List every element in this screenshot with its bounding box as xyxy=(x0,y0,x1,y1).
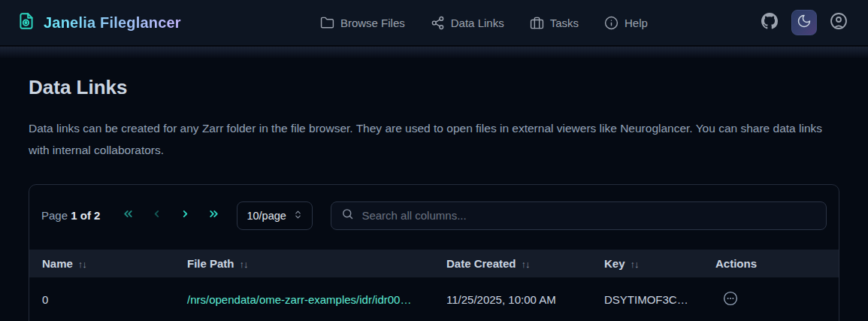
data-links-card: Page 1 of 2 xyxy=(29,184,839,321)
moon-icon xyxy=(797,14,812,32)
search-field xyxy=(331,201,827,230)
sort-icon[interactable]: ↑↓ xyxy=(522,259,530,270)
search-input[interactable] xyxy=(361,209,816,222)
sort-icon[interactable]: ↑↓ xyxy=(240,259,248,270)
pager-controls xyxy=(113,204,228,227)
column-header-name[interactable]: Name↑↓ xyxy=(29,250,187,277)
chevron-left-icon xyxy=(150,207,163,223)
chevron-right-icon xyxy=(179,207,192,223)
table-row: 0 /nrs/opendata/ome-zarr-examples/idr/id… xyxy=(29,277,839,321)
chevrons-right-icon xyxy=(207,207,220,223)
user-icon xyxy=(830,12,848,33)
nav-item-help[interactable]: Help xyxy=(604,16,648,30)
content-top-shade xyxy=(0,45,868,58)
page-size-select[interactable]: 10/page xyxy=(237,201,313,230)
navbar-actions xyxy=(757,10,851,35)
data-links-table: Name↑↓ File Path↑↓ Date Created↑↓ Key↑↓ … xyxy=(29,250,839,321)
nav-label: Data Links xyxy=(451,17,504,29)
prev-page-button[interactable] xyxy=(142,204,171,227)
sort-icon[interactable]: ↑↓ xyxy=(631,259,639,270)
app-title: Janelia Fileglancer xyxy=(44,14,181,32)
chevron-up-down-icon xyxy=(293,210,303,222)
first-page-button[interactable] xyxy=(113,204,142,227)
table-toolbar: Page 1 of 2 xyxy=(29,185,839,250)
user-menu-button[interactable] xyxy=(826,10,851,35)
table-header-row: Name↑↓ File Path↑↓ Date Created↑↓ Key↑↓ … xyxy=(29,250,839,277)
page-title: Data Links xyxy=(29,76,839,99)
column-header-key[interactable]: Key↑↓ xyxy=(604,250,715,277)
nav-item-browse-files[interactable]: Browse Files xyxy=(320,16,405,30)
last-page-button[interactable] xyxy=(199,204,228,227)
fileglancer-logo-icon xyxy=(17,11,36,34)
nav-item-tasks[interactable]: Tasks xyxy=(530,16,579,30)
folder-icon xyxy=(320,16,334,30)
column-header-file-path[interactable]: File Path↑↓ xyxy=(187,250,446,277)
github-icon xyxy=(761,13,778,32)
brand[interactable]: Janelia Fileglancer xyxy=(17,11,181,34)
nav-label: Help xyxy=(625,17,648,29)
search-icon xyxy=(341,207,354,223)
cell-date-created: 11/25/2025, 10:00 AM xyxy=(446,277,604,321)
column-header-actions: Actions xyxy=(715,250,839,277)
page-indicator: Page 1 of 2 xyxy=(41,209,100,222)
cell-key: DSYTIMOF3C… xyxy=(604,277,715,321)
chevrons-left-icon xyxy=(122,207,135,223)
theme-toggle-button[interactable] xyxy=(791,10,817,35)
next-page-button[interactable] xyxy=(171,204,199,227)
sort-icon[interactable]: ↑↓ xyxy=(78,259,86,270)
ellipsis-circle-icon xyxy=(723,291,738,308)
main-nav: Browse Files Data Links Tasks xyxy=(290,16,648,30)
nav-label: Browse Files xyxy=(340,17,405,29)
file-path-link[interactable]: /nrs/opendata/ome-zarr-examples/idr/idr0… xyxy=(187,293,411,306)
page-count: 1 of 2 xyxy=(71,209,100,222)
briefcase-icon xyxy=(530,16,544,30)
page-size-value: 10/page xyxy=(246,210,286,222)
page-description: Data links can be created for any Zarr f… xyxy=(29,117,839,162)
top-navbar: Janelia Fileglancer Browse Files Data Li… xyxy=(0,0,868,45)
share-icon xyxy=(431,16,445,30)
row-actions-button[interactable] xyxy=(722,292,739,308)
column-header-date-created[interactable]: Date Created↑↓ xyxy=(446,250,604,277)
cell-name: 0 xyxy=(29,277,187,321)
page-label: Page xyxy=(41,209,68,222)
info-icon xyxy=(604,16,618,30)
github-button[interactable] xyxy=(757,10,782,35)
nav-label: Tasks xyxy=(550,17,579,29)
nav-item-data-links[interactable]: Data Links xyxy=(431,16,504,30)
main-content: Data Links Data links can be created for… xyxy=(0,76,868,321)
